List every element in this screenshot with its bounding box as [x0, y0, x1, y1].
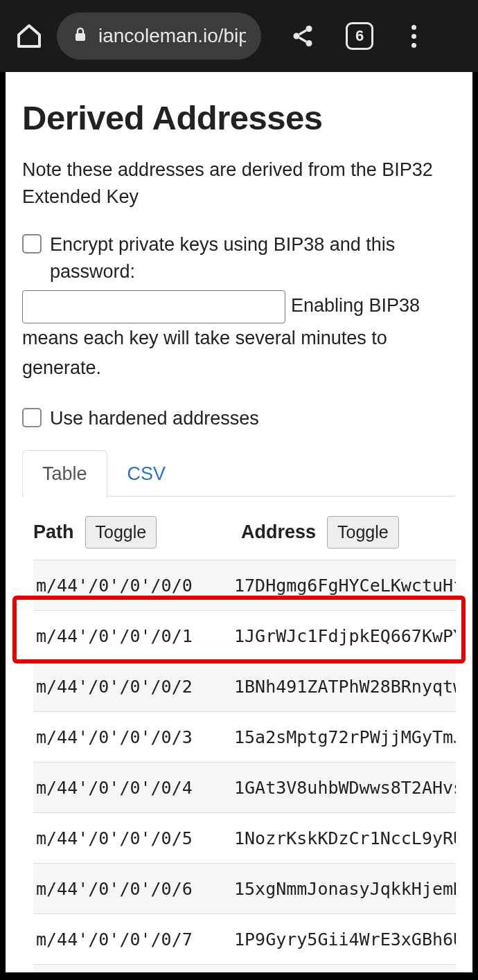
browser-toolbar: iancoleman.io/bip 6	[0, 0, 478, 72]
bip38-checkbox[interactable]	[22, 234, 42, 253]
cell-path: m/44'/0'/0'/0/6	[33, 879, 234, 899]
bip38-hint-prefix: Enabling BIP38	[291, 295, 420, 316]
svg-point-3	[306, 40, 312, 46]
page-title: Derived Addresses	[22, 98, 456, 137]
col-header-path: Path	[33, 522, 74, 543]
cell-path: m/44'/0'/0'/0/1	[33, 626, 234, 646]
toggle-address-button[interactable]: Toggle	[327, 516, 399, 549]
cell-address: 15xgNmmJonasyJqkkHjemR	[234, 879, 456, 899]
result-tabs: Table CSV	[22, 449, 456, 497]
table-body: m/44'/0'/0'/0/017DHgmg6FgHYCeLKwctuHfm/4…	[33, 560, 456, 972]
bip38-checkbox-label: Encrypt private keys using BIP38 and thi…	[50, 231, 456, 285]
hardened-checkbox-row: Use hardened addresses	[22, 405, 456, 432]
cell-path: m/44'/0'/0'/0/3	[33, 727, 234, 747]
tab-count-button[interactable]: 6	[346, 22, 373, 50]
share-icon[interactable]	[287, 21, 318, 51]
cell-address: 1JGrWJc1FdjpkEQ667KwPY	[234, 626, 456, 646]
table-row[interactable]: m/44'/0'/0'/0/315a2sMptg72rPWjjMGyTmJ	[33, 711, 456, 762]
cell-path: m/44'/0'/0'/0/2	[33, 677, 234, 697]
url-bar[interactable]: iancoleman.io/bip	[57, 12, 261, 60]
cell-address: 1NozrKskKDzCr1NccL9yRU	[234, 828, 456, 848]
page-note: Note these addresses are derived from th…	[22, 157, 456, 211]
cell-address: 1BNh491ZATPhW28BRnyqtw	[234, 677, 456, 697]
tab-count-value: 6	[355, 27, 364, 45]
cell-path: m/44'/0'/0'/0/7	[33, 929, 234, 950]
table-row[interactable]: m/44'/0'/0'/0/11JGrWJc1FdjpkEQ667KwPY	[33, 610, 456, 661]
svg-point-1	[306, 26, 312, 32]
table-header: Path Toggle Address Toggle	[33, 509, 456, 560]
table-row[interactable]: m/44'/0'/0'/0/51NozrKskKDzCr1NccL9yRU	[33, 812, 456, 863]
cell-address: 17DHgmg6FgHYCeLKwctuHf	[234, 576, 456, 596]
lock-icon	[72, 25, 89, 47]
cell-address: 1GAt3V8uhbWDwws8T2AHvs	[234, 778, 456, 798]
svg-rect-0	[76, 33, 85, 41]
table-row[interactable]: m/44'/0'/0'/0/81PFRBHMUFeQgCYn55tuWpm	[33, 964, 456, 972]
table-row[interactable]: m/44'/0'/0'/0/017DHgmg6FgHYCeLKwctuHf	[33, 560, 456, 610]
cell-path: m/44'/0'/0'/0/5	[33, 828, 234, 848]
url-text: iancoleman.io/bip	[98, 25, 246, 47]
table-row[interactable]: m/44'/0'/0'/0/615xgNmmJonasyJqkkHjemR	[33, 863, 456, 914]
home-icon[interactable]	[14, 21, 44, 51]
cell-path: m/44'/0'/0'/0/0	[33, 576, 234, 596]
hardened-checkbox[interactable]	[22, 408, 42, 427]
hardened-checkbox-label: Use hardened addresses	[50, 405, 259, 432]
cell-path: m/44'/0'/0'/0/4	[33, 778, 234, 798]
bip38-checkbox-row: Encrypt private keys using BIP38 and thi…	[22, 231, 456, 285]
table-row[interactable]: m/44'/0'/0'/0/41GAt3V8uhbWDwws8T2AHvs	[33, 762, 456, 812]
col-header-address: Address	[241, 522, 316, 543]
overflow-menu-icon[interactable]	[398, 21, 429, 51]
tab-csv[interactable]: CSV	[107, 450, 186, 497]
cell-address: 1P9Gyry5Gii4WrE3xGBh6U	[234, 929, 456, 950]
bip38-hint-rest: means each key will take several minutes…	[22, 328, 387, 378]
toggle-path-button[interactable]: Toggle	[85, 516, 157, 549]
bip38-hint-block: Enabling BIP38 means each key will take …	[22, 290, 456, 383]
svg-point-2	[294, 33, 300, 39]
page-content: Derived Addresses Note these addresses a…	[6, 72, 472, 972]
cell-address: 15a2sMptg72rPWjjMGyTmJ	[234, 727, 456, 747]
address-table: Path Toggle Address Toggle m/44'/0'/0'/0…	[22, 509, 456, 972]
bip38-password-input[interactable]	[22, 290, 285, 323]
table-row[interactable]: m/44'/0'/0'/0/21BNh491ZATPhW28BRnyqtw	[33, 661, 456, 711]
table-row[interactable]: m/44'/0'/0'/0/71P9Gyry5Gii4WrE3xGBh6U	[33, 914, 456, 964]
tab-table[interactable]: Table	[22, 450, 107, 497]
